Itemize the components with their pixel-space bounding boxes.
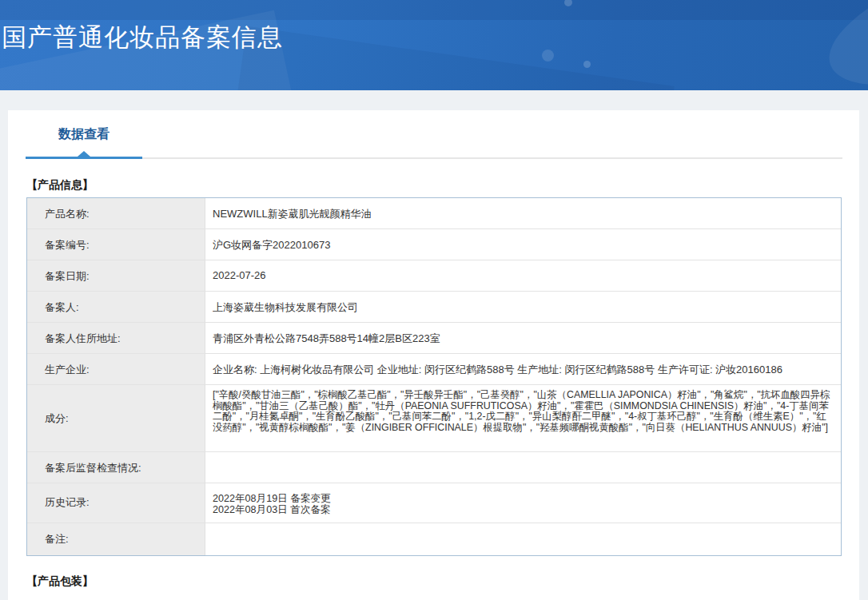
page-banner: 国产普通化妆品备案信息 [0,0,868,90]
banner-decoration-dot [583,61,591,68]
row-label: 备注: [27,523,205,555]
table-row-filing-number: 备案编号: 沪G妆网备字2022010673 [27,229,841,260]
row-value [205,452,841,483]
row-value: 上海姿葳生物科技发展有限公司 [205,292,841,322]
row-label: 备案后监督检查情况: [27,452,205,483]
page-title: 国产普通化妆品备案信息 [2,21,283,54]
row-label: 生产企业: [27,354,205,384]
table-row-manufacturer: 生产企业: 企业名称: 上海柯树化妆品有限公司 企业地址: 闵行区纪鹤路588号… [27,354,841,385]
row-value: 2022-07-26 [205,260,841,291]
tab-bar-divider [142,157,842,159]
tab-data-view-label: 数据查看 [58,127,109,141]
row-label: 产品名称: [27,198,205,228]
tab-active-arrow-icon [78,151,90,157]
product-info-table: 产品名称: NEWZWILL新姿葳肌光靓颜精华油 备案编号: 沪G妆网备字202… [26,197,842,556]
tab-bar: 数据查看 [8,110,859,160]
tab-data-view[interactable]: 数据查看 [26,126,142,143]
row-label: 备案人住所地址: [27,323,205,353]
table-row-ingredients: 成分: ["辛酸/癸酸甘油三酯"，"棕榈酸乙基己酯"，"异壬酸异壬酯"，"己基癸… [27,385,841,452]
table-row-supervision: 备案后监督检查情况: [27,452,841,483]
row-label: 备案人: [27,292,205,322]
row-value: 企业名称: 上海柯树化妆品有限公司 企业地址: 闵行区纪鹤路588号 生产地址:… [205,354,841,384]
history-line: 2022年08月03日 首次备案 [213,504,833,515]
table-row-product-name: 产品名称: NEWZWILL新姿葳肌光靓颜精华油 [27,198,841,229]
content-panel: 数据查看 【产品信息】 产品名称: NEWZWILL新姿葳肌光靓颜精华油 备案编… [8,110,859,600]
row-label: 备案编号: [27,229,205,260]
row-label: 成分: [27,385,205,451]
table-row-remarks: 备注: [27,523,841,555]
row-value: 2022年08月19日 备案变更 2022年08月03日 首次备案 [205,483,841,523]
row-value: 青浦区外青松公路7548弄588号14幢2层B区223室 [205,323,841,353]
row-value [205,523,841,555]
packaging-section-title: 【产品包装】 [26,574,859,589]
banner-decoration-polygon [237,26,674,90]
history-line: 2022年08月19日 备案变更 [213,493,833,504]
table-row-filing-date: 备案日期: 2022-07-26 [27,260,841,292]
tab-active-underline [26,157,142,159]
row-label: 历史记录: [27,483,205,523]
banner-decoration-dot [542,50,554,62]
table-row-history: 历史记录: 2022年08月19日 备案变更 2022年08月03日 首次备案 [27,483,841,523]
row-value: ["辛酸/癸酸甘油三酯"，"棕榈酸乙基己酯"，"异壬酸异壬酯"，"己基癸醇"，"… [205,385,841,451]
banner-top-strip [0,0,868,20]
table-row-registrant-address: 备案人住所地址: 青浦区外青松公路7548弄588号14幢2层B区223室 [27,323,841,354]
row-value: 沪G妆网备字2022010673 [205,229,841,260]
product-info-section-title: 【产品信息】 [26,178,859,193]
row-label: 备案日期: [27,260,205,291]
table-row-registrant: 备案人: 上海姿葳生物科技发展有限公司 [27,292,841,323]
row-value: NEWZWILL新姿葳肌光靓颜精华油 [205,198,841,228]
